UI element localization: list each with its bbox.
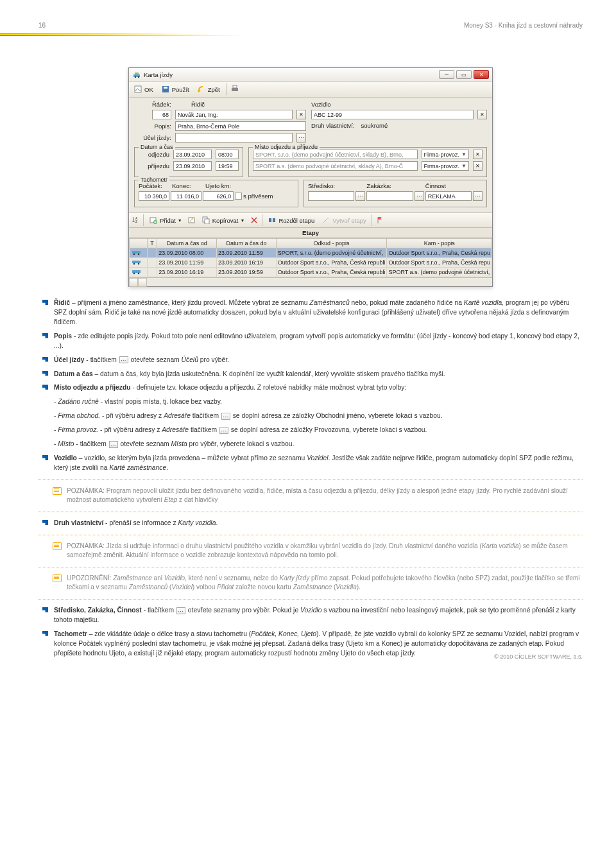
svg-rect-8 xyxy=(233,85,237,88)
ucel-lookup-button[interactable]: ⋯ xyxy=(296,133,306,142)
odjezd-date[interactable]: 23.09.2010 xyxy=(173,150,212,159)
odjezd-type-combo[interactable]: Firma-provoz.▼ xyxy=(422,150,469,159)
car-icon xyxy=(131,249,142,255)
odjezd-time[interactable]: 08:00 xyxy=(216,150,239,159)
odjezd-misto[interactable]: SPORT, s.r.o. (demo podvojné účetnictví,… xyxy=(253,150,418,159)
undo-icon xyxy=(197,85,206,94)
zakazka-label: Zakázka: xyxy=(366,182,391,189)
zakazka-lookup[interactable]: ⋯ xyxy=(415,191,424,201)
svg-rect-15 xyxy=(205,219,209,224)
popis-input[interactable]: Praha, Brno-Černá Pole xyxy=(175,121,306,131)
grid-col-odkud[interactable]: Odkud - popis xyxy=(276,239,387,248)
ujeto-label: Ujeto km: xyxy=(205,182,231,189)
magic-icon xyxy=(321,216,330,225)
create-stages-button[interactable]: Vytvoř etapy xyxy=(320,214,368,226)
odjezd-misto-clear[interactable]: ✕ xyxy=(473,150,483,159)
print-icon[interactable] xyxy=(230,85,239,94)
create-stages-label: Vytvoř etapy xyxy=(332,217,366,224)
lookup-button-icon xyxy=(221,413,230,420)
window-title: Karta jízdy xyxy=(144,71,173,78)
table-row[interactable]: 23.09.2010 16:19 23.09.2010 19:59 Outdoo… xyxy=(130,268,492,277)
ucel-input[interactable] xyxy=(175,133,293,142)
ridic-clear-button[interactable]: ✕ xyxy=(296,110,306,119)
close-button[interactable]: ✕ xyxy=(474,70,489,79)
svg-rect-3 xyxy=(135,73,139,74)
cinnost-input[interactable]: REKLAMA xyxy=(425,191,472,201)
svg-text:Z: Z xyxy=(135,220,137,223)
use-button[interactable]: Použít xyxy=(159,83,191,95)
note-block: POZNÁMKA: Jízda si udržuje informaci o d… xyxy=(38,542,583,560)
svg-rect-25 xyxy=(132,270,141,273)
copy-button[interactable]: Kopírovat ▼ xyxy=(200,214,247,226)
stredisko-input[interactable] xyxy=(308,191,354,201)
back-label: Zpět xyxy=(208,86,220,93)
warning-block: UPOZORNĚNÍ: Zaměstnance ani Vozidlo, kte… xyxy=(38,574,583,592)
lookup-button-icon xyxy=(219,427,228,434)
copy-icon xyxy=(201,216,210,225)
note-block: POZNÁMKA: Program nepovolí uložit jízdu … xyxy=(38,487,583,505)
svg-point-27 xyxy=(138,273,140,275)
ok-button[interactable]: OK xyxy=(132,83,155,95)
svg-point-21 xyxy=(138,254,140,255)
grid-col-kam[interactable]: Kam - popis xyxy=(387,239,492,248)
grid-scrollbar[interactable] xyxy=(129,277,492,286)
scroll-track[interactable] xyxy=(138,278,147,287)
add-button[interactable]: Přidat ▼ xyxy=(147,214,184,226)
sort-icon[interactable]: AZ xyxy=(131,216,140,225)
app-window: Karta jízdy ─ ▭ ✕ OK Použít Zpět xyxy=(128,67,493,287)
stredisko-lookup[interactable]: ⋯ xyxy=(355,191,365,201)
grid-col-do[interactable]: Datum a čas do xyxy=(217,239,277,248)
svg-rect-6 xyxy=(164,87,167,89)
table-row[interactable]: 23.09.2010 11:59 23.09.2010 16:19 Outdoo… xyxy=(130,258,492,268)
konec-input[interactable]: 11 016,0 xyxy=(171,191,201,201)
stages-grid: T Datum a čas od Datum a čas do Odkud - … xyxy=(129,238,492,277)
cinnost-label: Činnost xyxy=(425,182,446,189)
prijezd-misto[interactable]: SPORT a.s. (demo podvojné účetnictví, sk… xyxy=(253,161,418,171)
stredisko-label: Středisko: xyxy=(308,182,335,189)
use-label: Použít xyxy=(172,86,189,93)
back-button[interactable]: Zpět xyxy=(195,83,222,95)
prijezd-type-combo[interactable]: Firma-provoz.▼ xyxy=(422,161,469,171)
dotted-rule xyxy=(38,599,583,600)
zakazka-input[interactable] xyxy=(366,191,413,201)
app-icon xyxy=(132,70,141,79)
split-label: Rozděl etapu xyxy=(278,217,314,224)
lookup-button-icon xyxy=(119,356,128,363)
dotted-rule xyxy=(38,479,583,480)
ok-icon xyxy=(133,85,142,94)
ok-label: OK xyxy=(144,86,153,93)
svg-point-23 xyxy=(133,263,135,265)
grid-title: Etapy xyxy=(129,228,492,238)
save-icon xyxy=(161,85,170,94)
scroll-left[interactable] xyxy=(129,278,138,287)
prijezd-date[interactable]: 23.09.2010 xyxy=(173,161,212,171)
vozidlo-clear-button[interactable]: ✕ xyxy=(477,110,487,119)
prijezd-misto-clear[interactable]: ✕ xyxy=(473,161,483,171)
prives-label: s přívěsem xyxy=(243,193,273,200)
grid-col-t[interactable]: T xyxy=(147,239,157,248)
prives-checkbox[interactable] xyxy=(235,193,242,200)
minimize-button[interactable]: ─ xyxy=(439,70,454,79)
header-stripes xyxy=(0,33,616,36)
grid-col-icon[interactable] xyxy=(130,239,148,248)
pocatek-input[interactable]: 10 390,0 xyxy=(139,191,169,201)
maximize-button[interactable]: ▭ xyxy=(456,70,472,79)
flag-icon[interactable] xyxy=(375,216,384,225)
car-icon xyxy=(131,268,142,275)
prijezd-time[interactable]: 19:59 xyxy=(216,161,239,171)
ridic-input[interactable]: Novák Jan, Ing. xyxy=(175,110,293,119)
svg-rect-7 xyxy=(232,88,238,91)
vozidlo-input[interactable]: ABC 12-99 xyxy=(311,110,474,119)
druh-label: Druh vlastnictví: xyxy=(311,122,355,129)
grid-toolbar: AZ Přidat ▼ Kopírovat ▼ Rozděl etapu Vy xyxy=(129,212,492,228)
vozidlo-section-label: Vozidlo xyxy=(311,101,331,108)
cinnost-lookup[interactable]: ⋯ xyxy=(473,191,483,201)
table-row[interactable]: 23.09.2010 08:00 23.09.2010 11:59 SPORT,… xyxy=(130,248,492,258)
ujeto-input[interactable]: 626,0 xyxy=(203,191,234,201)
edit-icon[interactable] xyxy=(187,216,196,225)
svg-point-18 xyxy=(327,218,329,220)
delete-icon[interactable] xyxy=(250,216,259,225)
footer-copyright: © 2010 CÍGLER SOFTWARE, a.s. xyxy=(494,653,583,660)
split-stage-button[interactable]: Rozděl etapu xyxy=(266,214,316,226)
grid-col-od[interactable]: Datum a čas od xyxy=(157,239,217,248)
